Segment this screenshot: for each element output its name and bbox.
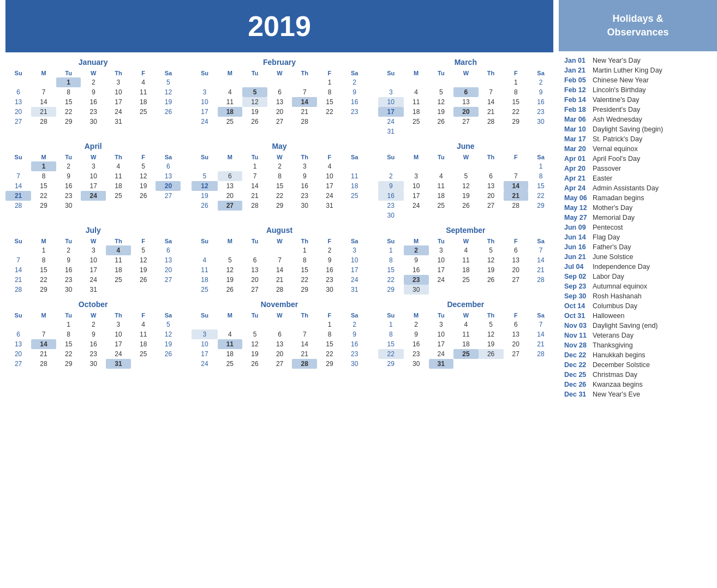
calendar-day: 29 — [31, 285, 56, 295]
calendar-day: 14 — [528, 329, 553, 339]
calendar-day: 8 — [378, 329, 404, 339]
calendar-day: 25 — [453, 349, 479, 359]
calendar-day: 29 — [528, 201, 553, 211]
calendar-day: 26 — [131, 191, 156, 201]
calendar-day: 20 — [242, 275, 267, 285]
calendar-day: 24 — [106, 349, 131, 359]
calendar-day: 18 — [106, 265, 131, 275]
calendar-day: 28 — [479, 117, 504, 127]
calendar-day: 9 — [342, 329, 367, 339]
holiday-name: Autumnal equinox — [593, 283, 647, 290]
calendar-day: 31 — [378, 127, 404, 136]
calendar-day: 19 — [131, 181, 156, 191]
calendar-day — [218, 161, 243, 171]
day-header: Su — [5, 69, 31, 77]
calendar-day: 24 — [378, 117, 404, 127]
calendar-day: 21 — [528, 265, 553, 275]
holiday-name: Ash Wednesday — [593, 116, 642, 123]
calendar-day: 30 — [56, 201, 81, 211]
holiday-name: Rosh Hashanah — [593, 292, 642, 300]
calendar-day: 19 — [429, 107, 454, 117]
calendar-day: 30 — [404, 359, 429, 369]
holiday-name: Thanksgiving — [593, 341, 633, 349]
day-header: M — [404, 311, 429, 320]
calendar-day: 16 — [404, 265, 429, 275]
day-header: Th — [292, 69, 317, 77]
holiday-date: Oct 14 — [564, 302, 593, 310]
holidays-list: Jan 01New Year's DayJan 21Martin Luther … — [559, 51, 717, 404]
calendar-day: 26 — [131, 275, 156, 285]
calendar-day: 28 — [528, 349, 553, 359]
day-header: Su — [192, 153, 217, 161]
holiday-item: Jun 21June Solstice — [564, 252, 712, 262]
holiday-item: Dec 22Hanukkah begins — [564, 350, 712, 360]
calendar-day: 12 — [479, 255, 504, 265]
day-header: Su — [378, 153, 404, 161]
month-title: May — [192, 142, 367, 151]
calendar-day: 20 — [156, 265, 181, 275]
calendar-day: 7 — [292, 329, 317, 339]
calendar-day: 24 — [342, 275, 367, 285]
day-header: Th — [106, 69, 131, 77]
day-header: Tu — [242, 237, 267, 245]
holiday-item: Jan 21Martin Luther King Day — [564, 65, 712, 75]
day-header: Sa — [156, 153, 181, 161]
calendar-day: 6 — [156, 245, 181, 255]
holiday-item: Mar 17St. Patrick's Day — [564, 134, 712, 144]
calendar-day — [156, 285, 181, 295]
calendar-day: 6 — [5, 87, 31, 97]
calendar-day: 17 — [192, 107, 217, 117]
calendar-day: 14 — [242, 181, 267, 191]
holiday-name: New Year's Day — [593, 57, 641, 64]
calendar-day: 11 — [106, 171, 131, 181]
calendar-day: 21 — [479, 107, 504, 117]
calendar-day: 25 — [218, 359, 243, 369]
day-header: M — [218, 153, 243, 161]
calendar-day: 21 — [5, 191, 31, 201]
calendar-day: 17 — [429, 265, 454, 275]
calendar-day: 20 — [504, 265, 529, 275]
day-header: M — [218, 69, 243, 77]
calendar-day — [479, 161, 504, 171]
day-header: Th — [106, 237, 131, 245]
holiday-item: Oct 31Halloween — [564, 311, 712, 321]
calendar-day: 16 — [292, 181, 317, 191]
holiday-item: Nov 03Daylight Saving (end) — [564, 321, 712, 331]
calendar-day: 1 — [56, 320, 81, 329]
holiday-date: Feb 18 — [564, 106, 593, 113]
calendar-day: 28 — [292, 359, 317, 369]
calendar-day: 20 — [5, 349, 31, 359]
calendar-day: 22 — [31, 191, 56, 201]
holiday-date: Dec 22 — [564, 351, 593, 359]
calendar-day: 20 — [504, 339, 529, 349]
calendar-day: 14 — [479, 97, 504, 107]
calendar-day: 7 — [5, 171, 31, 181]
holiday-item: Nov 28Thanksgiving — [564, 340, 712, 350]
calendar-day: 1 — [317, 77, 342, 87]
calendar-day — [504, 211, 529, 220]
calendar-day: 13 — [479, 181, 504, 191]
calendar-day: 3 — [106, 77, 131, 87]
day-header: Su — [5, 311, 31, 320]
calendar-day: 22 — [56, 107, 81, 117]
calendar-day: 30 — [404, 285, 429, 295]
calendar-day: 29 — [267, 201, 292, 211]
calendar-day: 13 — [504, 255, 529, 265]
holiday-name: President's Day — [593, 106, 640, 113]
calendar-day: 14 — [267, 265, 292, 275]
calendar-day — [218, 77, 243, 87]
calendar-day — [504, 285, 529, 295]
holiday-name: December Solstice — [593, 361, 650, 369]
calendar-day: 7 — [479, 87, 504, 97]
calendar-day — [404, 211, 429, 220]
holiday-name: Labor Day — [593, 273, 624, 280]
holiday-name: Halloween — [593, 312, 624, 320]
holiday-item: Dec 26Kwanzaa begins — [564, 380, 712, 389]
holiday-name: New Year's Eve — [593, 391, 640, 398]
calendar-day: 23 — [342, 107, 367, 117]
calendar-day: 21 — [292, 349, 317, 359]
day-header: W — [453, 311, 479, 320]
calendar-day: 4 — [317, 161, 342, 171]
calendar-day: 26 — [242, 117, 267, 127]
calendar-day: 27 — [479, 201, 504, 211]
